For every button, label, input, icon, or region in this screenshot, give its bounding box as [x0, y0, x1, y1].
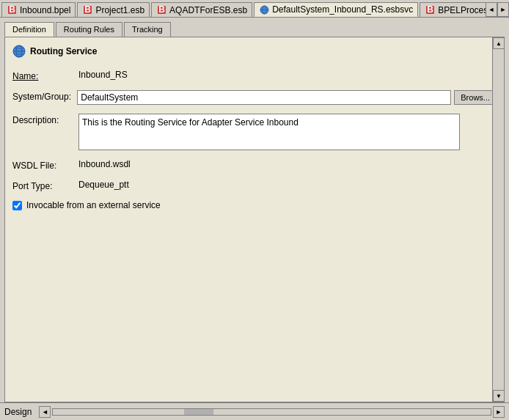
svg-text:B: B: [427, 5, 433, 15]
description-textarea[interactable]: [78, 114, 460, 150]
name-value: Inbound_RS: [78, 70, 128, 80]
routing-service-header: Routing Service: [12, 45, 497, 58]
description-row: Description:: [12, 114, 497, 150]
tab-nav-prev[interactable]: ◄: [486, 2, 497, 17]
file-tab-label-project1-esb: Project1.esb: [95, 5, 144, 15]
status-design-label: Design: [4, 407, 32, 417]
name-row: Name: Inbound_RS: [12, 70, 497, 81]
invocable-row: Invocable from an external service: [12, 200, 497, 210]
file-tab-bpelprocess[interactable]: BBPELProcess: [420, 2, 486, 17]
routing-service-title: Routing Service: [30, 46, 97, 56]
scroll-thumb-area: [493, 49, 504, 390]
file-tab-inbound-bpel[interactable]: BInbound.bpel: [1, 2, 76, 17]
scroll-up-btn[interactable]: ▲: [493, 37, 505, 49]
description-label: Description:: [12, 114, 78, 125]
port-type-value: Dequeue_ptt: [78, 180, 129, 190]
browse-button[interactable]: Brows...: [454, 90, 497, 105]
svg-text:B: B: [158, 5, 165, 15]
file-tabs-bar: BInbound.bpelBProject1.esbBAQADTForESB.e…: [0, 0, 509, 18]
invocable-checkbox[interactable]: [12, 201, 22, 210]
inner-tabs: DefinitionRouting RulesTracking: [0, 18, 509, 37]
status-scroll-thumb: [184, 409, 213, 415]
file-tab-icon-bpelprocess: B: [425, 5, 435, 15]
file-tab-icon-project1-esb: B: [82, 5, 92, 15]
file-tab-project1-esb[interactable]: BProject1.esb: [77, 2, 150, 17]
svg-text:B: B: [9, 5, 15, 15]
file-tab-icon-defaultsystem: [259, 4, 269, 15]
status-scroll-track: [52, 408, 491, 416]
globe-icon: [12, 45, 26, 58]
status-scroll-left-btn[interactable]: ◄: [39, 406, 51, 418]
status-scroll-right-btn[interactable]: ►: [493, 406, 505, 418]
svg-text:B: B: [84, 5, 91, 15]
file-tab-aqadt-esb[interactable]: BAQADTForESB.esb: [151, 2, 252, 17]
file-tab-icon-inbound-bpel: B: [7, 5, 17, 15]
file-tab-label-defaultsystem: DefaultSystem_Inbound_RS.esbsvc: [272, 4, 413, 15]
main-content: DefinitionRouting RulesTracking Routing …: [0, 18, 509, 402]
file-tab-defaultsystem[interactable]: DefaultSystem_Inbound_RS.esbsvc: [254, 2, 418, 17]
scroll-down-btn[interactable]: ▼: [493, 390, 505, 402]
file-tab-icon-aqadt-esb: B: [156, 5, 166, 15]
system-group-label: System/Group:: [12, 90, 77, 102]
status-bar: Design ◄ ►: [0, 402, 509, 420]
scroll-area: ▲ ▼: [492, 37, 504, 402]
inner-tab-tracking[interactable]: Tracking: [124, 22, 171, 37]
inner-tab-routing-rules[interactable]: Routing Rules: [56, 22, 122, 37]
wsdl-label: WSDL File:: [12, 159, 78, 171]
port-type-label: Port Type:: [12, 180, 78, 191]
name-label: Name:: [12, 70, 78, 81]
definition-panel: Routing Service Name: Inbound_RS System/…: [4, 37, 505, 402]
inner-tab-definition[interactable]: Definition: [4, 22, 54, 37]
invocable-label: Invocable from an external service: [26, 200, 161, 210]
system-group-input[interactable]: [77, 90, 451, 105]
system-group-input-row: Brows...: [77, 90, 497, 105]
file-tab-label-inbound-bpel: Inbound.bpel: [20, 5, 70, 15]
wsdl-value: Inbound.wsdl: [78, 159, 131, 169]
port-type-row: Port Type: Dequeue_ptt: [12, 180, 497, 191]
tab-nav-next[interactable]: ►: [497, 2, 509, 17]
file-tab-label-aqadt-esb: AQADTForESB.esb: [169, 5, 247, 15]
system-group-row: System/Group: Brows...: [12, 90, 497, 105]
file-tab-label-bpelprocess: BPELProcess: [438, 5, 486, 15]
wsdl-row: WSDL File: Inbound.wsdl: [12, 159, 497, 171]
